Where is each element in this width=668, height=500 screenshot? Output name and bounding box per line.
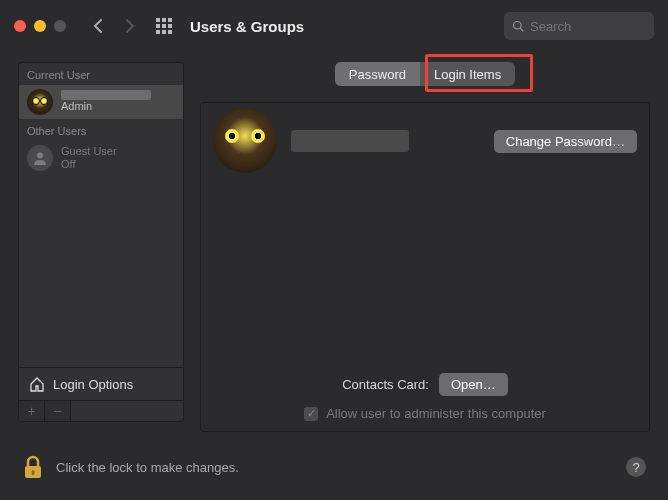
search-icon [512,19,524,33]
checkbox-icon: ✓ [304,407,318,421]
toolbar: Users & Groups [0,0,668,52]
guest-name: Guest User [61,145,117,158]
profile-row: Change Password… [201,103,649,179]
user-sidebar: Current User Admin Other Users Guest Use… [18,62,184,422]
search-field[interactable] [504,12,654,40]
forward-button[interactable] [118,14,142,38]
admin-checkbox-row[interactable]: ✓ Allow user to administer this computer [213,406,637,421]
display-name-redacted [291,130,409,152]
change-password-button[interactable]: Change Password… [494,130,637,153]
open-contacts-button[interactable]: Open… [439,373,508,396]
tab-bar: Password Login Items [200,62,650,86]
login-options-label: Login Options [53,377,133,392]
admin-checkbox-label: Allow user to administer this computer [326,406,546,421]
house-icon [29,376,45,392]
svg-line-1 [520,28,523,31]
add-user-button[interactable]: + [19,401,45,421]
close-window-button[interactable] [14,20,26,32]
login-options-button[interactable]: Login Options [19,367,183,400]
lock-text: Click the lock to make changes. [56,460,239,475]
footer: Click the lock to make changes. ? [0,432,668,480]
show-all-icon[interactable] [156,18,172,34]
owl-avatar-large-icon[interactable] [213,109,277,173]
help-button[interactable]: ? [626,457,646,477]
guest-user-row[interactable]: Guest User Off [19,141,183,175]
current-user-row[interactable]: Admin [19,85,183,119]
lock-icon[interactable] [22,454,44,480]
annotation-highlight [425,54,533,92]
remove-user-button[interactable]: − [45,401,71,421]
zoom-window-button[interactable] [54,20,66,32]
current-user-label: Current User [19,63,183,85]
minimize-window-button[interactable] [34,20,46,32]
guest-status: Off [61,158,117,171]
svg-point-2 [37,153,43,159]
back-button[interactable] [86,14,110,38]
search-input[interactable] [530,19,646,34]
user-role: Admin [61,100,151,113]
svg-rect-4 [32,470,35,475]
owl-avatar-icon [27,89,53,115]
add-remove-bar: + − [19,400,183,421]
main-panel: Password Login Items Change Password… Co… [200,62,650,432]
username-redacted [61,90,151,100]
tab-password[interactable]: Password [335,62,420,86]
other-users-label: Other Users [19,119,183,141]
contacts-card-label: Contacts Card: [342,377,429,392]
window-controls [14,20,66,32]
window-title: Users & Groups [190,18,304,35]
svg-point-0 [514,21,522,29]
guest-avatar-icon [27,145,53,171]
